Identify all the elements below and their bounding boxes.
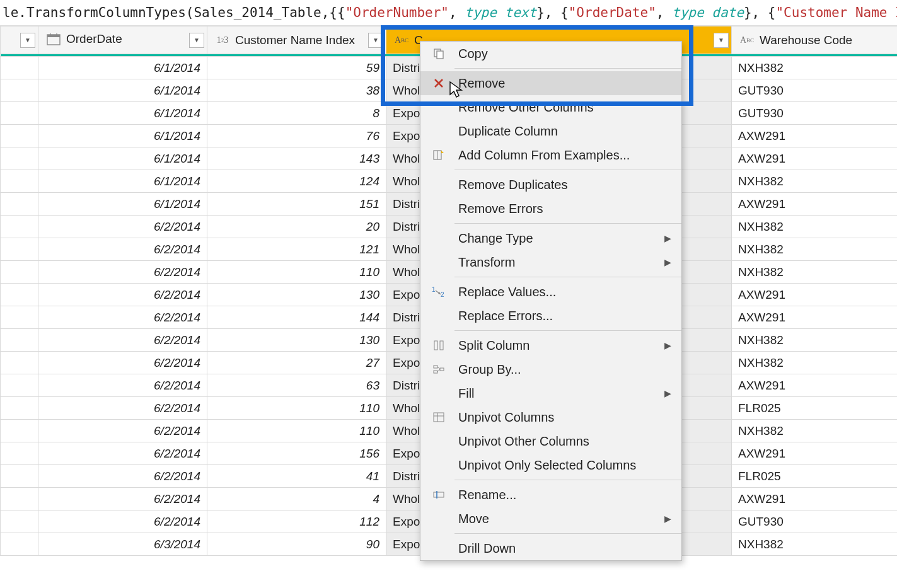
cell-customer-index[interactable]: 130	[207, 329, 386, 352]
menu-remove-errors[interactable]: Remove Errors	[420, 197, 681, 221]
cell-orderdate[interactable]: 6/1/2014	[38, 102, 207, 125]
cell-orderdate[interactable]: 6/2/2014	[38, 284, 207, 306]
cell-orderdate[interactable]: 6/2/2014	[38, 442, 207, 465]
cell-orderdate[interactable]: 6/3/2014	[38, 533, 207, 556]
cell-warehouse[interactable]: NXH382	[732, 352, 898, 374]
cell-orderdate[interactable]: 6/2/2014	[38, 420, 207, 442]
cell-warehouse[interactable]: AXW291	[732, 374, 898, 397]
menu-unpivot-selected[interactable]: Unpivot Only Selected Columns	[420, 453, 681, 477]
cell-customer-index[interactable]: 8	[207, 102, 386, 125]
cell-prev[interactable]	[1, 125, 38, 147]
cell-prev[interactable]	[1, 57, 38, 79]
cell-prev[interactable]	[1, 420, 38, 442]
column-header-customer-index[interactable]: 123 Customer Name Index ▼	[207, 26, 386, 54]
cell-warehouse[interactable]: NXH382	[732, 170, 898, 193]
cell-orderdate[interactable]: 6/1/2014	[38, 170, 207, 193]
filter-icon[interactable]: ▼	[189, 33, 204, 48]
menu-add-from-examples[interactable]: Add Column From Examples...	[420, 143, 681, 167]
formula-bar[interactable]: le.TransformColumnTypes(Sales_2014_Table…	[0, 0, 897, 26]
cell-customer-index[interactable]: 63	[207, 374, 386, 397]
cell-customer-index[interactable]: 112	[207, 510, 386, 533]
cell-customer-index[interactable]: 124	[207, 170, 386, 193]
cell-prev[interactable]	[1, 79, 38, 102]
menu-change-type[interactable]: Change Type▶	[420, 226, 681, 250]
menu-remove-duplicates[interactable]: Remove Duplicates	[420, 173, 681, 197]
cell-prev[interactable]	[1, 397, 38, 420]
cell-customer-index[interactable]: 41	[207, 465, 386, 488]
cell-customer-index[interactable]: 59	[207, 57, 386, 79]
filter-icon[interactable]: ▼	[20, 33, 35, 48]
menu-replace-errors[interactable]: Replace Errors...	[420, 304, 681, 328]
menu-remove[interactable]: Remove	[420, 71, 681, 95]
menu-drill-down[interactable]: Drill Down	[420, 536, 681, 560]
cell-orderdate[interactable]: 6/1/2014	[38, 147, 207, 170]
cell-customer-index[interactable]: 143	[207, 147, 386, 170]
filter-icon[interactable]: ▼	[714, 33, 729, 48]
cell-warehouse[interactable]: GUT930	[732, 79, 898, 102]
menu-duplicate[interactable]: Duplicate Column	[420, 119, 681, 143]
cell-prev[interactable]	[1, 284, 38, 306]
cell-prev[interactable]	[1, 374, 38, 397]
cell-prev[interactable]	[1, 488, 38, 510]
cell-orderdate[interactable]: 6/2/2014	[38, 216, 207, 238]
cell-customer-index[interactable]: 151	[207, 193, 386, 216]
menu-move[interactable]: Move▶	[420, 507, 681, 531]
menu-remove-other[interactable]: Remove Other Columns	[420, 95, 681, 119]
cell-customer-index[interactable]: 130	[207, 284, 386, 306]
menu-copy[interactable]: Copy	[420, 42, 681, 66]
cell-warehouse[interactable]: FLR025	[732, 465, 898, 488]
cell-warehouse[interactable]: NXH382	[732, 261, 898, 284]
cell-warehouse[interactable]: AXW291	[732, 147, 898, 170]
cell-prev[interactable]	[1, 510, 38, 533]
cell-orderdate[interactable]: 6/1/2014	[38, 57, 207, 79]
cell-orderdate[interactable]: 6/2/2014	[38, 352, 207, 374]
cell-orderdate[interactable]: 6/2/2014	[38, 238, 207, 261]
cell-customer-index[interactable]: 110	[207, 420, 386, 442]
cell-warehouse[interactable]: AXW291	[732, 125, 898, 147]
menu-unpivot-other[interactable]: Unpivot Other Columns	[420, 429, 681, 453]
cell-customer-index[interactable]: 4	[207, 488, 386, 510]
menu-unpivot[interactable]: Unpivot Columns	[420, 405, 681, 429]
cell-customer-index[interactable]: 121	[207, 238, 386, 261]
cell-customer-index[interactable]: 90	[207, 533, 386, 556]
cell-warehouse[interactable]: GUT930	[732, 102, 898, 125]
cell-prev[interactable]	[1, 442, 38, 465]
cell-warehouse[interactable]: FLR025	[732, 397, 898, 420]
menu-split-column[interactable]: Split Column▶	[420, 333, 681, 357]
cell-customer-index[interactable]: 20	[207, 216, 386, 238]
cell-prev[interactable]	[1, 216, 38, 238]
column-header-prev[interactable]: ▼	[1, 26, 38, 54]
filter-icon[interactable]: ▼	[368, 33, 383, 48]
menu-rename[interactable]: Rename...	[420, 483, 681, 507]
cell-orderdate[interactable]: 6/2/2014	[38, 488, 207, 510]
cell-customer-index[interactable]: 144	[207, 306, 386, 329]
cell-orderdate[interactable]: 6/2/2014	[38, 306, 207, 329]
cell-prev[interactable]	[1, 238, 38, 261]
cell-orderdate[interactable]: 6/1/2014	[38, 125, 207, 147]
cell-orderdate[interactable]: 6/2/2014	[38, 374, 207, 397]
cell-warehouse[interactable]: AXW291	[732, 284, 898, 306]
cell-customer-index[interactable]: 27	[207, 352, 386, 374]
column-header-warehouse[interactable]: ABC Warehouse Code	[732, 26, 898, 54]
cell-orderdate[interactable]: 6/2/2014	[38, 397, 207, 420]
cell-orderdate[interactable]: 6/2/2014	[38, 261, 207, 284]
cell-warehouse[interactable]: AXW291	[732, 442, 898, 465]
cell-prev[interactable]	[1, 102, 38, 125]
menu-fill[interactable]: Fill▶	[420, 381, 681, 405]
cell-warehouse[interactable]: NXH382	[732, 216, 898, 238]
menu-replace-values[interactable]: 12 Replace Values...	[420, 280, 681, 304]
cell-warehouse[interactable]: AXW291	[732, 306, 898, 329]
cell-warehouse[interactable]: AXW291	[732, 193, 898, 216]
cell-prev[interactable]	[1, 533, 38, 556]
cell-customer-index[interactable]: 76	[207, 125, 386, 147]
cell-warehouse[interactable]: NXH382	[732, 238, 898, 261]
cell-warehouse[interactable]: NXH382	[732, 329, 898, 352]
column-header-orderdate[interactable]: OrderDate ▼	[38, 26, 207, 54]
cell-orderdate[interactable]: 6/2/2014	[38, 329, 207, 352]
cell-prev[interactable]	[1, 352, 38, 374]
cell-prev[interactable]	[1, 329, 38, 352]
cell-customer-index[interactable]: 110	[207, 397, 386, 420]
cell-customer-index[interactable]: 156	[207, 442, 386, 465]
menu-transform[interactable]: Transform▶	[420, 250, 681, 274]
cell-prev[interactable]	[1, 261, 38, 284]
